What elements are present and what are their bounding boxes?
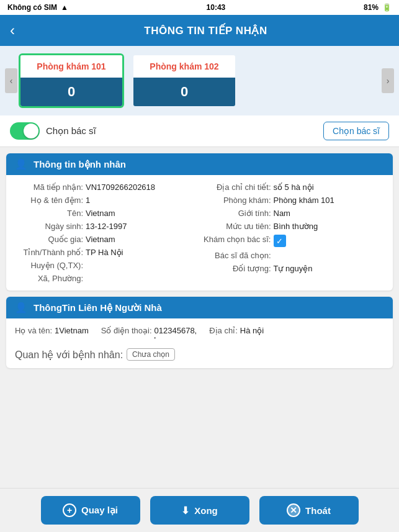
contact-name-item: Họ và tên: 1Vietnam [15,326,89,345]
room-nav-left-button[interactable]: ‹ [5,68,17,93]
patient-left-col: Mã tiếp nhận: VN1709266202618 Họ & tên đ… [15,183,197,283]
contact-name-label: Họ và tên: [15,326,52,345]
room-nav-right-button[interactable]: › [382,68,394,93]
value-city: TP Hà Nội [86,248,123,257]
done-btn-icon: ⬇ [181,505,189,516]
exit-button[interactable]: ✕ Thoát [259,496,359,525]
value-lastname: 1 [86,196,90,205]
page-title: THÔNG TIN TIẾP NHẬN [22,24,389,37]
toggle-label: Chọn bác sĩ [46,125,96,137]
contact-section-header: 👤 ThôngTin Liên Hệ Người Nhà [6,297,393,318]
status-right: 81% 🔋 [364,3,392,12]
status-time: 10:43 [207,3,226,12]
label-lastname: Họ & tên đệm: [15,196,83,205]
exit-btn-label: Thoát [305,505,331,516]
value-object: Tự nguyện [274,264,313,273]
contact-phone-value: 012345678,' [155,326,197,345]
label-chosen-doctor: Bác sĩ đã chọn: [203,251,271,260]
contact-address-item: Địa chỉ: Hà nội [209,326,264,345]
contact-phone-item: Số điện thoại: 012345678,' [101,326,197,345]
value-country: Vietnam [86,235,115,244]
label-dob: Ngày sinh: [15,222,83,231]
value-doctor-select: ✓ [274,235,286,247]
contact-row-1: Họ và tên: 1Vietnam Số điện thoại: 01234… [15,326,384,345]
room-card-2-name: Phòng khám 102 [133,55,235,78]
relation-label: Quan hệ với bệnh nhân: [15,349,123,361]
battery-text: 81% [364,3,379,12]
toggle-row: Chọn bác sĩ Chọn bác sĩ [0,115,399,147]
status-bar: Không có SIM ▲ 10:43 81% 🔋 [0,0,399,15]
room-card-1-count: 0 [20,78,122,106]
rooms-container: Phòng khám 101 0 Phòng khám 102 0 [19,53,380,108]
label-gender: Giới tính: [203,209,271,218]
info-row-country: Quốc gia: Vietnam [15,235,197,244]
contact-section: 👤 ThôngTin Liên Hệ Người Nhà Họ và tên: … [6,297,393,368]
info-row-gender: Giới tính: Nam [203,209,385,218]
label-ward: Xã, Phường: [15,274,83,283]
info-row-room: Phòng khám: Phòng khám 101 [203,196,385,205]
info-row-object: Đối tượng: Tự nguyện [203,264,385,273]
toggle-left: Chọn bác sĩ [10,122,96,140]
label-country: Quốc gia: [15,235,83,244]
label-object: Đối tượng: [203,264,271,273]
room-card-2[interactable]: Phòng khám 102 0 [132,53,237,108]
label-priority: Mức ưu tiên: [203,222,271,231]
back-btn-label: Quay lại [81,505,118,516]
info-row-lastname: Họ & tên đệm: 1 [15,196,197,205]
label-firstname: Tên: [15,209,83,218]
value-priority: Bình thường [274,222,318,231]
back-btn-icon: + [63,503,76,517]
value-dob: 13-12-1997 [86,222,127,231]
value-firstname: Vietnam [86,209,115,218]
contact-section-body: Họ và tên: 1Vietnam Số điện thoại: 01234… [6,318,393,368]
patient-section-body: Mã tiếp nhận: VN1709266202618 Họ & tên đ… [6,175,393,291]
info-row-reception-id: Mã tiếp nhận: VN1709266202618 [15,183,197,192]
info-row-firstname: Tên: Vietnam [15,209,197,218]
label-doctor-select: Khám chọn bác sĩ: [203,235,271,244]
contact-name-value: 1Vietnam [55,326,89,345]
patient-icon: 👤 [15,158,27,170]
relation-row: Quan hệ với bệnh nhân: Chưa chọn [15,348,384,361]
back-button-bottom[interactable]: + Quay lại [41,496,140,525]
info-row-doctor-select: Khám chọn bác sĩ: ✓ [203,235,385,247]
choose-doctor-button[interactable]: Chọn bác sĩ [323,122,389,140]
patient-section: 👤 Thông tin bệnh nhân Mã tiếp nhận: VN17… [6,153,393,291]
contact-address-value: Hà nội [240,326,264,345]
done-btn-label: Xong [194,505,218,516]
room-card-1-name: Phòng khám 101 [20,55,122,78]
contact-phone-label: Số điện thoại: [101,326,152,345]
carrier-text: Không có SIM [7,3,57,12]
status-left: Không có SIM ▲ [7,3,68,12]
contact-section-title: ThôngTin Liên Hệ Người Nhà [34,302,162,313]
room-card-2-count: 0 [133,78,235,106]
wifi-icon: ▲ [61,3,68,12]
info-row-dob: Ngày sinh: 13-12-1997 [15,222,197,231]
info-row-district: Huyện (Q,TX): [15,261,197,270]
doctor-toggle[interactable] [10,122,40,140]
patient-section-title: Thông tin bệnh nhân [34,159,126,170]
checkbox-doctor-select[interactable]: ✓ [274,235,286,247]
patient-section-header: 👤 Thông tin bệnh nhân [6,153,393,175]
value-address-detail: số 5 hà nội [274,183,314,192]
back-button[interactable]: ‹ [10,22,15,39]
battery-icon: 🔋 [382,3,392,12]
toggle-knob [24,124,38,138]
info-row-address-detail: Địa chỉ chi tiết: số 5 hà nội [203,183,385,192]
patient-right-col: Địa chỉ chi tiết: số 5 hà nội Phòng khám… [203,183,385,283]
value-room: Phòng khám 101 [274,196,334,205]
done-button[interactable]: ⬇ Xong [150,496,249,525]
relation-value[interactable]: Chưa chọn [127,348,175,361]
info-row-ward: Xã, Phường: [15,274,197,283]
label-address-detail: Địa chỉ chi tiết: [203,183,271,192]
label-room: Phòng khám: [203,196,271,205]
info-row-priority: Mức ưu tiên: Bình thường [203,222,385,231]
label-reception-id: Mã tiếp nhận: [15,183,83,192]
value-reception-id: VN1709266202618 [86,183,155,192]
label-city: Tỉnh/Thành phố: [15,248,83,257]
patient-info-grid: Mã tiếp nhận: VN1709266202618 Họ & tên đ… [15,183,384,283]
info-row-city: Tỉnh/Thành phố: TP Hà Nội [15,248,197,257]
contact-address-label: Địa chỉ: [209,326,238,345]
header: ‹ THÔNG TIN TIẾP NHẬN [0,15,399,46]
info-row-chosen-doctor: Bác sĩ đã chọn: [203,251,385,260]
room-card-1[interactable]: Phòng khám 101 0 [19,53,124,108]
